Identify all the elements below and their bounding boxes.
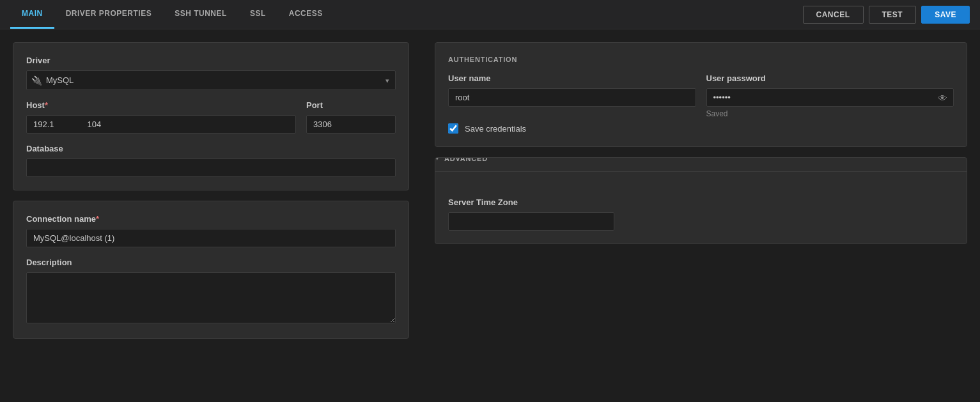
tab-main[interactable]: MAIN [10,0,54,29]
host-input[interactable] [26,115,296,134]
save-credentials-row: Save credentials [448,123,954,134]
header: MAIN DRIVER PROPERTIES SSH TUNNEL SSL AC… [0,0,980,29]
password-wrapper: 👁 [706,88,954,107]
password-field: User password 👁 Saved [706,73,954,118]
username-input[interactable] [448,88,696,107]
main-content: Driver 🔌 MySQL PostgreSQL SQLite ▾ Host* [0,29,980,402]
advanced-card: ▾ ADVANCED Server Time Zone [435,157,967,244]
tab-access[interactable]: ACCESS [277,0,334,29]
connection-card: Connection name* Description [13,201,409,339]
test-button[interactable]: TEST [869,6,917,24]
save-credentials-checkbox[interactable] [448,123,458,134]
auth-card: AUTHENTICATION User name User password 👁… [435,42,967,147]
tab-ssl[interactable]: SSL [238,0,277,29]
driver-card: Driver 🔌 MySQL PostgreSQL SQLite ▾ Host* [13,42,409,190]
driver-select-wrapper: 🔌 MySQL PostgreSQL SQLite ▾ [26,70,396,90]
username-label: User name [448,73,696,83]
database-label: Database [26,144,396,153]
tab-bar: MAIN DRIVER PROPERTIES SSH TUNNEL SSL AC… [10,0,334,29]
driver-icon: 🔌 [31,75,42,86]
auth-title: AUTHENTICATION [448,56,954,63]
driver-select[interactable]: MySQL PostgreSQL SQLite [26,70,396,90]
password-label: User password [706,73,954,83]
left-panel: Driver 🔌 MySQL PostgreSQL SQLite ▾ Host* [0,29,422,402]
right-panel: AUTHENTICATION User name User password 👁… [422,29,980,402]
chevron-down-icon: ▾ [435,157,439,162]
host-required: * [45,100,48,110]
host-field: Host* [26,100,296,134]
eye-icon[interactable]: 👁 [938,92,947,103]
server-timezone-input[interactable] [448,212,614,231]
save-button[interactable]: SAVE [921,6,970,24]
database-section: Database [26,144,396,177]
tab-driver-properties[interactable]: DRIVER PROPERTIES [54,0,164,29]
driver-label: Driver [26,56,396,65]
header-actions: CANCEL TEST SAVE [803,6,970,24]
password-input[interactable] [706,88,954,107]
auth-fields-row: User name User password 👁 Saved [448,73,954,118]
description-input[interactable] [26,272,396,323]
host-label: Host* [26,100,296,110]
advanced-title: ADVANCED [444,157,488,162]
connection-name-input[interactable] [26,229,396,247]
advanced-collapsible-header[interactable]: ▾ ADVANCED [435,157,967,172]
database-input[interactable] [26,158,396,177]
cancel-button[interactable]: CANCEL [803,6,864,24]
username-field: User name [448,73,696,118]
port-input[interactable] [306,115,396,134]
port-label: Port [306,100,396,110]
saved-text: Saved [706,109,954,118]
connection-name-label: Connection name* [26,214,396,224]
port-field: Port [306,100,396,134]
server-timezone-label: Server Time Zone [448,197,954,207]
advanced-card-body: Server Time Zone [435,185,967,244]
description-label: Description [26,258,396,267]
description-section: Description [26,258,396,325]
host-port-section: Host* Port [26,100,396,134]
connection-name-required: * [96,214,99,224]
tab-ssh-tunnel[interactable]: SSH TUNNEL [163,0,238,29]
host-port-row: Host* Port [26,100,396,134]
save-credentials-label[interactable]: Save credentials [465,124,526,134]
